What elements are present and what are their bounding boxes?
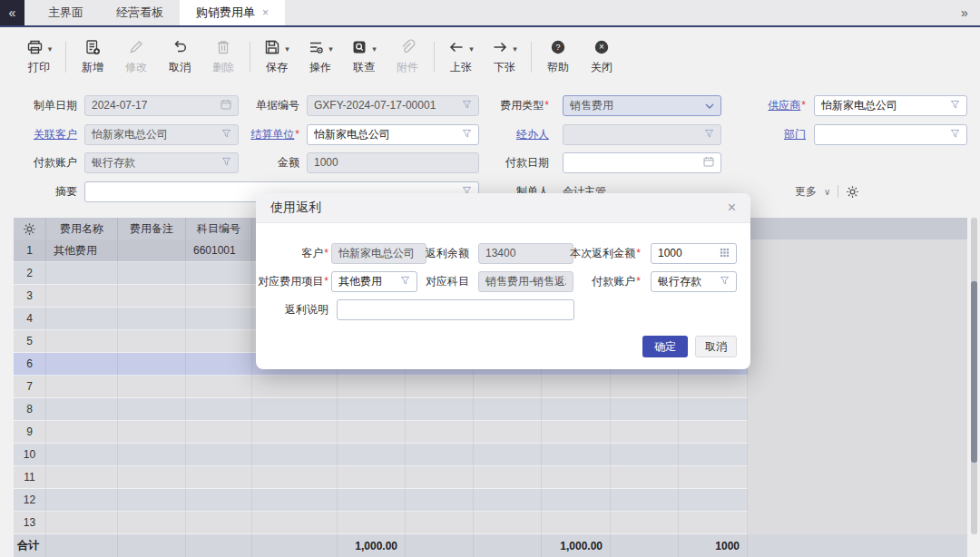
table-cell[interactable] [679,466,748,489]
table-cell[interactable] [118,376,186,398]
table-row[interactable]: 13 [14,512,748,534]
table-cell[interactable] [406,489,474,512]
table-cell[interactable] [338,512,406,534]
row-number-cell[interactable]: 1 [14,239,46,262]
field-r2c4-input[interactable] [814,124,967,145]
field-label-text[interactable]: 结算单位 [250,128,294,141]
toolbar-button-undo[interactable]: 取消 [166,40,193,75]
table-cell[interactable] [186,398,252,421]
table-cell[interactable] [186,466,252,489]
table-cell[interactable] [679,376,748,398]
table-cell[interactable] [252,489,338,512]
table-cell[interactable] [474,376,542,398]
table-cell[interactable] [611,421,679,444]
more-label[interactable]: 更多 [795,184,817,200]
field-label-text[interactable]: 部门 [784,128,806,141]
table-cell[interactable] [679,512,748,534]
table-cell[interactable] [118,308,186,330]
table-cell[interactable] [338,489,406,512]
table-cell[interactable] [46,285,118,308]
table-cell[interactable] [118,444,186,466]
dialog-field-r2c3-input[interactable]: 银行存款 [651,271,737,292]
field-r2c2-label[interactable]: 结算单位* [191,124,299,144]
expand-icon[interactable]: » [949,0,980,25]
row-number-cell[interactable]: 9 [14,421,46,444]
table-cell[interactable] [118,353,186,376]
field-label-text[interactable]: 经办人 [516,128,549,141]
table-cell[interactable] [252,398,338,421]
more-fields-toggle[interactable]: 更多∨ [795,181,859,201]
table-cell[interactable]: 其他费用 [46,239,118,262]
table-cell[interactable] [46,466,118,489]
toolbar-button-arrow-right[interactable]: ▾下张 [491,40,518,75]
row-number-cell[interactable]: 3 [14,285,46,308]
table-cell[interactable] [252,444,338,466]
dialog-field-r1c3-input[interactable]: 1000 [651,243,737,264]
table-cell[interactable] [46,262,118,285]
row-number-cell[interactable]: 2 [14,262,46,285]
table-cell[interactable] [118,262,186,285]
table-cell[interactable] [46,421,118,444]
table-cell[interactable] [46,489,118,512]
toolbar-button-list[interactable]: ▾操作 [307,40,334,75]
table-cell[interactable] [542,489,611,512]
field-r1c4-input[interactable]: 怡新家电总公司 [814,95,967,116]
dialog-field-r3c1-input[interactable] [337,299,574,320]
table-cell[interactable] [186,512,252,534]
row-number-cell[interactable]: 4 [14,308,46,330]
table-cell[interactable] [542,444,611,466]
dropdown-caret-icon[interactable]: ▾ [513,44,517,54]
table-cell[interactable] [679,398,748,421]
table-cell[interactable] [611,466,679,489]
dropdown-caret-icon[interactable]: ▾ [469,44,474,54]
table-cell[interactable] [186,330,252,353]
row-number-cell[interactable]: 12 [14,489,46,512]
table-cell[interactable] [338,421,406,444]
cancel-button[interactable]: 取消 [695,336,737,357]
table-cell[interactable] [542,421,611,444]
tab-1[interactable]: 主界面 [32,0,100,25]
tab-3[interactable]: 购销费用单× [180,0,285,25]
table-cell[interactable] [406,421,474,444]
toolbar-button-close-circle[interactable]: ×关闭 [588,40,615,75]
table-row[interactable]: 8 [14,398,748,421]
table-cell[interactable] [46,308,118,330]
table-cell[interactable] [611,512,679,534]
row-number-cell[interactable]: 11 [14,466,46,489]
table-cell[interactable] [46,353,118,376]
table-cell[interactable] [406,512,474,534]
form-settings-gear-icon[interactable] [846,185,859,199]
table-cell[interactable] [679,444,748,466]
table-cell[interactable] [252,512,338,534]
table-cell[interactable] [679,489,748,512]
row-number-cell[interactable]: 13 [14,512,46,534]
table-cell[interactable] [118,398,186,421]
table-cell[interactable] [474,444,542,466]
field-r1c4-label[interactable]: 供应商* [697,95,806,115]
table-cell[interactable] [118,512,186,534]
table-cell[interactable] [46,330,118,353]
table-cell[interactable] [118,466,186,489]
table-cell[interactable] [611,376,679,398]
field-r3c3-input[interactable] [563,152,721,173]
dropdown-caret-icon[interactable]: ▾ [328,44,333,54]
toolbar-button-floppy[interactable]: ▾保存 [263,40,290,75]
table-cell[interactable] [474,512,542,534]
table-cell[interactable] [542,466,611,489]
table-row[interactable]: 7 [14,376,748,398]
table-scrollbar-thumb[interactable] [971,281,977,463]
table-cell[interactable] [46,376,118,398]
table-cell[interactable] [474,398,542,421]
toolbar-button-printer[interactable]: ▾打印 [25,40,53,75]
table-cell[interactable] [46,398,118,421]
row-number-cell[interactable]: 7 [14,376,46,398]
toolbar-button-doc-new[interactable]: 新增 [79,40,106,75]
table-row[interactable]: 11 [14,466,748,489]
toolbar-button-help-circle[interactable]: ?帮助 [544,40,572,75]
table-cell[interactable] [118,489,186,512]
table-cell[interactable] [252,376,338,398]
table-cell[interactable] [406,444,474,466]
field-label-text[interactable]: 关联客户 [34,128,77,141]
table-cell[interactable] [542,376,611,398]
table-cell[interactable] [118,285,186,308]
